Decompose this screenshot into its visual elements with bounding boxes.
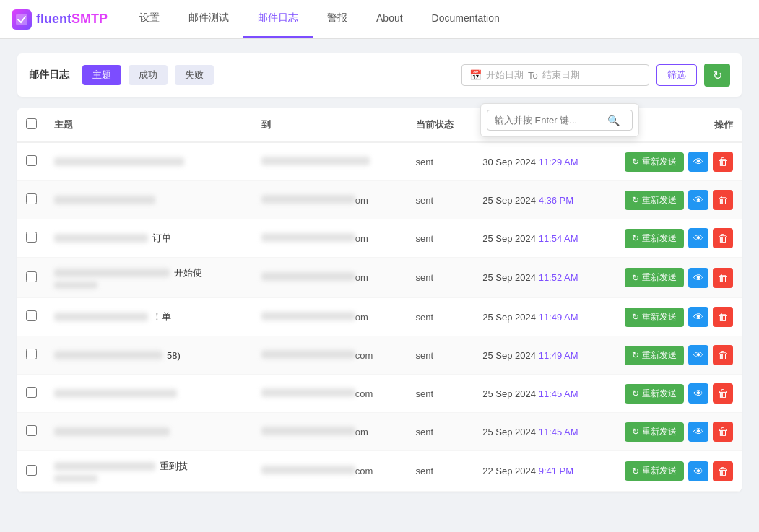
table-row: 开始使omsent25 Sep 2024 11:52 AM ↻ 重新发送 👁 🗑: [17, 258, 742, 298]
subject-cell: 开始使: [45, 258, 253, 298]
logo-text-smtp: SMTP: [71, 12, 108, 27]
row-checkbox-6[interactable]: [26, 387, 37, 398]
status-all-button[interactable]: 主题: [82, 65, 121, 85]
subject-cell: [45, 413, 253, 451]
refresh-button[interactable]: ↻: [704, 64, 730, 87]
refresh-icon: ↻: [713, 69, 722, 82]
row-checkbox-3[interactable]: [26, 271, 37, 282]
view-button[interactable]: 👁: [688, 383, 708, 404]
subject-cell: [45, 375, 253, 413]
status-cell: sent: [407, 336, 474, 375]
subject-extra-label: 订单: [152, 232, 171, 245]
delete-button[interactable]: 🗑: [713, 461, 733, 481]
date-end-placeholder: 结束日期: [542, 69, 580, 82]
delete-button[interactable]: 🗑: [713, 152, 733, 172]
resend-button[interactable]: ↻ 重新发送: [625, 229, 684, 248]
date-cell: 25 Sep 2024 11:45 AM: [474, 375, 616, 413]
select-all-checkbox[interactable]: [26, 118, 37, 129]
view-button[interactable]: 👁: [688, 345, 708, 365]
status-badge: sent: [416, 466, 434, 476]
status-fail-button[interactable]: 失败: [175, 65, 214, 85]
logo-icon: [12, 9, 32, 30]
table-row: 订单omsent25 Sep 2024 11:54 AM ↻ 重新发送 👁 🗑: [17, 219, 742, 258]
to-cell: om: [253, 219, 407, 258]
delete-button[interactable]: 🗑: [713, 422, 733, 442]
table-row: 重到技comsent22 Sep 2024 9:41 PM ↻ 重新发送 👁 🗑: [17, 451, 742, 492]
resend-label: 重新发送: [642, 156, 677, 168]
resend-label: 重新发送: [642, 465, 677, 477]
row-checkbox-8[interactable]: [26, 465, 37, 476]
status-success-button[interactable]: 成功: [129, 65, 168, 85]
actions-cell: ↻ 重新发送 👁 🗑: [616, 142, 742, 181]
actions-cell: ↻ 重新发送 👁 🗑: [616, 298, 742, 336]
subject-blurred: [54, 462, 155, 471]
resend-button[interactable]: ↻ 重新发送: [625, 268, 684, 287]
view-button[interactable]: 👁: [688, 268, 708, 288]
nav-item-mail-test[interactable]: 邮件测试: [174, 0, 243, 38]
date-to-label: To: [528, 70, 538, 81]
status-badge: sent: [416, 427, 434, 437]
resend-label: 重新发送: [642, 426, 677, 438]
status-badge: sent: [416, 388, 434, 399]
to-suffix: com: [355, 466, 373, 476]
subject-cell: [45, 181, 253, 219]
filter-dropdown: 🔍: [480, 103, 639, 137]
to-blurred: [261, 195, 355, 204]
resend-button[interactable]: ↻ 重新发送: [625, 346, 684, 365]
resend-icon: ↻: [632, 273, 639, 283]
view-button[interactable]: 👁: [688, 228, 708, 248]
view-button[interactable]: 👁: [688, 422, 708, 442]
date-range-picker[interactable]: 📅 开始日期 To 结束日期: [461, 64, 649, 86]
row-checkbox-2[interactable]: [26, 232, 37, 243]
subject-blurred: [54, 196, 155, 204]
resend-button[interactable]: ↻ 重新发送: [625, 461, 684, 481]
resend-button[interactable]: ↻ 重新发送: [625, 384, 684, 404]
row-checkbox-0[interactable]: [26, 155, 37, 166]
resend-button[interactable]: ↻ 重新发送: [625, 422, 684, 442]
row-checkbox-5[interactable]: [26, 349, 37, 359]
nav-item-about[interactable]: About: [362, 0, 417, 38]
delete-button[interactable]: 🗑: [713, 307, 733, 327]
main-content: 邮件日志 主题 成功 失败 📅 开始日期 To 结束日期 筛选 🔍 ↻: [0, 39, 759, 506]
delete-button[interactable]: 🗑: [713, 268, 733, 288]
actions-cell: ↻ 重新发送 👁 🗑: [616, 451, 742, 492]
date-value: 30 Sep 2024 11:29 AM: [482, 157, 578, 167]
resend-icon: ↻: [632, 195, 639, 205]
to-blurred: [261, 466, 355, 474]
row-checkbox-7[interactable]: [26, 425, 37, 436]
nav-item-settings[interactable]: 设置: [125, 0, 174, 38]
col-checkbox-header: [17, 108, 45, 142]
resend-button[interactable]: ↻ 重新发送: [625, 191, 684, 210]
delete-button[interactable]: 🗑: [713, 345, 733, 365]
view-button[interactable]: 👁: [688, 461, 708, 481]
nav-item-documentation[interactable]: Documentation: [417, 0, 514, 38]
resend-label: 重新发送: [642, 194, 677, 206]
trash-icon: 🗑: [718, 272, 728, 284]
date-cell: 22 Sep 2024 9:41 PM: [474, 451, 616, 492]
subject-cell: [45, 142, 253, 181]
trash-icon: 🗑: [718, 466, 728, 477]
row-checkbox-4[interactable]: [26, 310, 37, 321]
view-button[interactable]: 👁: [688, 190, 708, 210]
view-button[interactable]: 👁: [688, 152, 708, 172]
to-blurred: [261, 233, 355, 242]
resend-icon: ↻: [632, 350, 639, 360]
actions-cell: ↻ 重新发送 👁 🗑: [616, 375, 742, 413]
calendar-icon: 📅: [469, 69, 482, 81]
nav-item-mail-log[interactable]: 邮件日志: [243, 0, 313, 38]
eye-icon: 👁: [693, 388, 703, 399]
row-checkbox-1[interactable]: [26, 193, 37, 204]
resend-button[interactable]: ↻ 重新发送: [625, 308, 684, 327]
nav-item-alert[interactable]: 警报: [313, 0, 362, 38]
filter-button[interactable]: 筛选: [656, 64, 697, 86]
delete-button[interactable]: 🗑: [713, 228, 733, 248]
resend-button[interactable]: ↻ 重新发送: [625, 152, 684, 172]
subject-sub-blurred: [54, 282, 97, 289]
view-button[interactable]: 👁: [688, 307, 708, 327]
eye-icon: 👁: [693, 311, 703, 323]
delete-button[interactable]: 🗑: [713, 383, 733, 404]
to-cell: om: [253, 413, 407, 451]
to-suffix: om: [355, 272, 368, 283]
delete-button[interactable]: 🗑: [713, 190, 733, 210]
status-badge: sent: [416, 272, 434, 283]
